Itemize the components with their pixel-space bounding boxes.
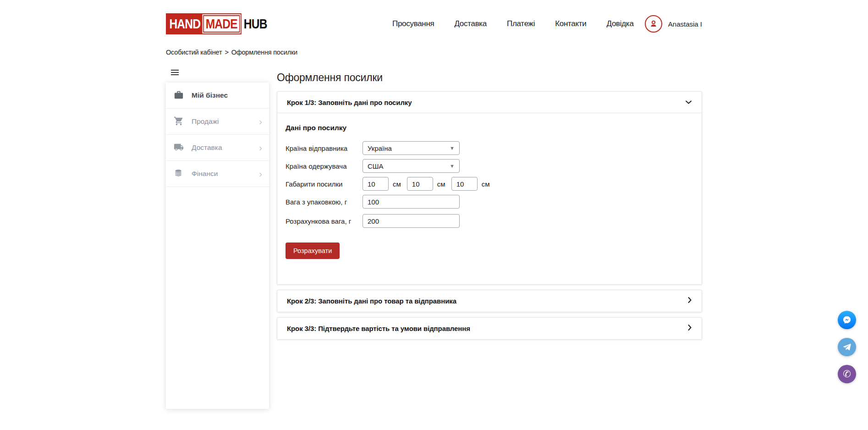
breadcrumb-personal-cabinet[interactable]: Особистий кабінет (166, 49, 222, 56)
logo[interactable]: HANDMADEHUB (166, 13, 267, 34)
sidebar-card: Мій бізнес Продажі › Доставка › (166, 83, 269, 409)
nav-contacts[interactable]: Контакти (555, 19, 586, 28)
calculated-weight-label: Розрахункова вага, г (286, 217, 363, 225)
nav-payments[interactable]: Платежі (507, 19, 535, 28)
sidebar-item-label: Продажі (192, 117, 219, 126)
parcel-data-title: Дані про посилку (286, 124, 691, 132)
step-1-title: Крок 1/3: Заповніть дані про посилку (287, 99, 412, 106)
coins-icon (174, 168, 185, 179)
dimension-height-input[interactable] (451, 177, 478, 191)
sidebar-item-label: Мій бізнес (192, 91, 228, 99)
sidebar-item-delivery[interactable]: Доставка › (166, 135, 269, 161)
recipient-country-select[interactable]: США ▼ (363, 159, 460, 173)
nav-delivery[interactable]: Доставка (454, 19, 487, 28)
step-1-card: Крок 1/3: Заповніть дані про посилку Дан… (277, 91, 702, 285)
viber-icon: ✆ (843, 369, 851, 380)
unit-cm: см (437, 180, 445, 188)
weight-input[interactable] (363, 195, 460, 209)
logo-made: MADE (203, 15, 240, 33)
telegram-icon (842, 342, 852, 352)
recipient-country-value: США (368, 162, 384, 170)
chevron-right-icon: › (259, 169, 262, 178)
breadcrumb: Особистий кабінет>Оформлення посилки (166, 49, 702, 56)
hamburger-icon[interactable] (171, 70, 179, 75)
dimension-length-input[interactable] (363, 177, 389, 191)
sender-country-label: Країна відправника (286, 144, 363, 152)
logo-hand: HAND (169, 16, 203, 32)
sidebar: Мій бізнес Продажі › Доставка › (166, 65, 269, 409)
step-3-header[interactable]: Крок 3/3: Підтвердьте вартість та умови … (277, 318, 702, 339)
main-content: Оформлення посилки Крок 1/3: Заповніть д… (277, 65, 702, 345)
calculate-button[interactable]: Розрахувати (286, 243, 340, 259)
logo-red-box: HANDMADE (166, 13, 242, 34)
select-caret-icon: ▼ (450, 145, 455, 151)
sidebar-item-label: Доставка (192, 143, 222, 152)
unit-cm: см (393, 180, 401, 188)
sidebar-item-my-business[interactable]: Мій бізнес (166, 83, 269, 109)
chevron-down-icon (685, 98, 692, 106)
header: HANDMADEHUB Просування Доставка Платежі … (166, 0, 702, 48)
chevron-right-icon: › (259, 117, 262, 126)
logo-hub: HUB (242, 13, 267, 34)
viber-button[interactable]: ✆ (838, 365, 856, 383)
nav-help[interactable]: Довідка (606, 19, 633, 28)
page-title: Оформлення посилки (277, 72, 702, 84)
user-name: Anastasia I (668, 20, 702, 28)
avatar (645, 15, 662, 33)
chevron-right-icon: › (259, 143, 262, 152)
messenger-button[interactable] (838, 311, 856, 329)
dimension-width-input[interactable] (407, 177, 433, 191)
sender-country-value: Україна (368, 144, 392, 152)
messenger-icon (842, 315, 852, 325)
step-1-header[interactable]: Крок 1/3: Заповніть дані про посилку (277, 92, 702, 113)
sidebar-item-label: Фінанси (192, 170, 218, 178)
step-3-card: Крок 3/3: Підтвердьте вартість та умови … (277, 317, 702, 340)
person-icon (648, 19, 659, 29)
user-menu[interactable]: Anastasia I (645, 15, 702, 33)
social-float-bar: ✆ (838, 311, 856, 383)
chevron-right-icon (687, 324, 692, 333)
main-nav: Просування Доставка Платежі Контакти Дов… (392, 19, 634, 28)
nav-promotion[interactable]: Просування (392, 19, 434, 28)
breadcrumb-separator: > (225, 49, 228, 56)
sender-country-select[interactable]: Україна ▼ (363, 141, 460, 155)
breadcrumb-current: Оформлення посилки (231, 49, 297, 56)
recipient-country-label: Країна одержувача (286, 162, 363, 170)
chevron-right-icon (687, 297, 692, 305)
step-2-title: Крок 2/3: Заповніть дані про товар та ві… (287, 297, 456, 305)
calculated-weight-input[interactable] (363, 214, 460, 228)
step-1-body: Дані про посилку Країна відправника Укра… (277, 113, 702, 284)
telegram-button[interactable] (838, 338, 856, 356)
step-2-card: Крок 2/3: Заповніть дані про товар та ві… (277, 290, 702, 312)
briefcase-icon (174, 90, 185, 101)
cart-icon (174, 116, 185, 127)
select-caret-icon: ▼ (450, 163, 455, 169)
sidebar-item-finance[interactable]: Фінанси › (166, 161, 269, 187)
weight-label: Вага з упаковкою, г (286, 198, 363, 206)
sidebar-item-sales[interactable]: Продажі › (166, 109, 269, 135)
step-3-title: Крок 3/3: Підтвердьте вартість та умови … (287, 325, 470, 332)
truck-icon (174, 142, 185, 153)
dimensions-label: Габарити посилки (286, 180, 363, 188)
step-2-header[interactable]: Крок 2/3: Заповніть дані про товар та ві… (277, 290, 702, 312)
unit-cm: см (482, 180, 490, 188)
